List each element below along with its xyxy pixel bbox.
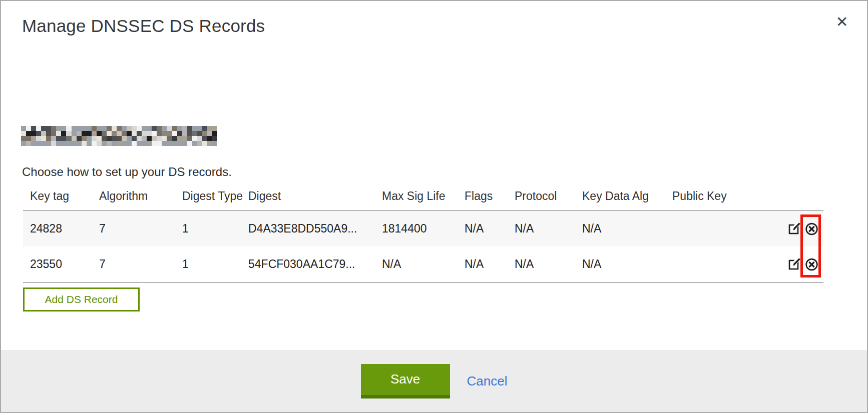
table-body: 24828 7 1 D4A33E8DD550A9... 1814400 N/A … [23,210,823,283]
table-row: 23550 7 1 54FCF030AA1C79... N/A N/A N/A … [23,246,823,282]
column-header-digest: Digest [248,190,382,203]
cell-algorithm: 7 [99,258,182,271]
column-header-flags: Flags [465,190,515,203]
manage-dnssec-ds-records-dialog: Manage DNSSEC DS Records ✕ Choose how to… [0,0,868,413]
table-row: 24828 7 1 D4A33E8DD550A9... 1814400 N/A … [23,211,823,246]
edit-pencil-square-icon[interactable] [788,258,801,271]
cell-flags: N/A [465,222,515,236]
cell-key-tag: 24828 [23,222,99,236]
cell-key-data-alg: N/A [582,258,672,271]
cell-max-sig-life: N/A [382,258,465,271]
table-header-row: Key tag Algorithm Digest Type Digest Max… [23,190,823,210]
column-header-key-tag: Key tag [23,190,99,203]
dialog-footer: Save Cancel [1,350,867,412]
cell-max-sig-life: 1814400 [382,222,465,236]
cell-key-data-alg: N/A [582,222,672,236]
cell-digest-type: 1 [182,222,248,236]
column-header-key-data-alg: Key Data Alg [582,190,672,203]
save-button[interactable]: Save [361,364,450,398]
edit-pencil-square-icon[interactable] [788,222,801,236]
column-header-digest-type: Digest Type [182,190,248,203]
add-ds-record-button[interactable]: Add DS Record [23,288,140,312]
cell-flags: N/A [465,258,515,271]
cell-protocol: N/A [515,222,582,236]
close-icon[interactable]: ✕ [832,12,852,32]
delete-circle-x-icon[interactable] [805,222,818,236]
cell-algorithm: 7 [99,222,182,236]
column-header-max-sig-life: Max Sig Life [382,190,465,203]
cell-digest-type: 1 [182,258,248,271]
cancel-link[interactable]: Cancel [467,374,508,389]
ds-records-table: Key tag Algorithm Digest Type Digest Max… [23,190,823,283]
cell-digest: 54FCF030AA1C79... [248,258,382,271]
cell-digest: D4A33E8DD550A9... [248,222,382,236]
delete-circle-x-icon[interactable] [805,258,818,271]
column-header-algorithm: Algorithm [99,190,182,203]
cell-protocol: N/A [515,258,582,271]
cell-key-tag: 23550 [23,258,99,271]
redacted-domain-name [21,126,217,146]
column-header-public-key: Public Key [672,190,752,203]
setup-instructions-text: Choose how to set up your DS records. [22,165,232,179]
dialog-title: Manage DNSSEC DS Records [22,16,265,36]
column-header-protocol: Protocol [515,190,582,203]
